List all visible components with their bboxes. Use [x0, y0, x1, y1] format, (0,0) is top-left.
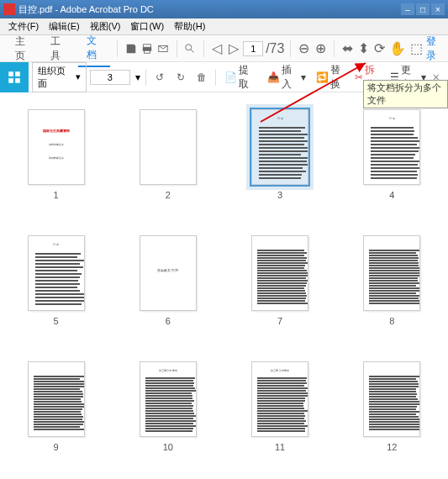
scissors-icon: ✂	[355, 71, 363, 83]
separator	[290, 40, 291, 57]
svg-rect-8	[15, 78, 20, 83]
thumb-label: 12	[387, 442, 397, 452]
fit-page-icon[interactable]: ⬍	[357, 40, 370, 57]
thumb-label: 10	[163, 442, 173, 452]
chevron-down-icon: ▾	[76, 71, 81, 82]
extract-icon: 📄	[224, 71, 237, 83]
delete-icon[interactable]: 🗑	[192, 68, 210, 87]
thumb-item[interactable]: 先秦散文·尚书6	[129, 235, 207, 336]
thumb-label: 4	[389, 190, 394, 200]
page-thumbnail[interactable]	[363, 235, 420, 311]
page-thumbnail[interactable]	[363, 361, 420, 437]
page-dropdown-icon[interactable]: ▾	[135, 71, 140, 83]
separator	[334, 40, 335, 57]
hand-icon[interactable]: ✋	[389, 40, 406, 57]
page-thumbnail[interactable]	[251, 235, 308, 311]
zoom-in-icon[interactable]: ⊕	[314, 40, 326, 57]
thumb-label: 11	[275, 442, 285, 452]
chevron-down-icon: ▾	[301, 71, 306, 83]
organize-dropdown[interactable]: 组织页面▾	[32, 62, 87, 92]
thumb-label: 6	[166, 316, 171, 326]
split-tooltip: 将文档拆分为多个文件	[363, 80, 448, 108]
thumb-item[interactable]: 第三章 论语·学而11	[241, 361, 319, 462]
insert-button[interactable]: 📥插入▾	[264, 61, 309, 93]
thumb-item[interactable]: 第三章 论语·学而10	[129, 361, 207, 462]
svg-rect-5	[8, 71, 13, 76]
replace-button[interactable]: 🔁替换	[313, 61, 352, 93]
close-button[interactable]: ×	[431, 3, 445, 15]
thumb-item[interactable]: 8	[353, 235, 431, 336]
next-page-icon[interactable]: ▷	[227, 40, 240, 57]
svg-rect-6	[15, 71, 20, 76]
maximize-button[interactable]: □	[416, 3, 430, 15]
extract-button[interactable]: 📄提取	[221, 61, 261, 93]
page-thumbnail[interactable]: 德林先生典藏资料译自种编读本诗词歌赋读本	[28, 109, 85, 185]
titlebar: 目控.pdf - Adobe Acrobat Pro DC – □ ×	[0, 0, 448, 18]
thumb-label: 7	[277, 316, 282, 326]
organize-pages-icon[interactable]	[0, 62, 29, 92]
minimize-button[interactable]: –	[401, 3, 414, 15]
thumb-item[interactable]: 目 录5	[17, 235, 95, 336]
separator	[203, 40, 204, 57]
thumb-label: 5	[54, 316, 59, 326]
thumb-item[interactable]: 目 录3	[241, 109, 319, 210]
thumb-item[interactable]: 12	[353, 361, 431, 462]
menu-help[interactable]: 帮助(H)	[169, 18, 210, 34]
window-title: 目控.pdf - Adobe Acrobat Pro DC	[18, 3, 154, 16]
separator	[215, 69, 216, 86]
page-number-input[interactable]	[243, 41, 263, 56]
rotate-icon[interactable]: ⟳	[373, 40, 386, 57]
insert-icon: 📥	[267, 71, 280, 83]
thumb-label: 2	[166, 190, 171, 200]
page-count-icon: /73	[266, 40, 283, 57]
page-thumbnail[interactable]: 先秦散文·尚书	[140, 235, 197, 311]
page-thumbnail[interactable]: 目 录	[363, 109, 420, 185]
thumb-item[interactable]: 德林先生典藏资料译自种编读本诗词歌赋读本1	[17, 109, 95, 210]
svg-point-4	[186, 44, 192, 50]
search-icon[interactable]	[184, 40, 197, 57]
page-thumbnail[interactable]: 目 录	[251, 109, 308, 185]
rotate-right-icon[interactable]: ↻	[172, 68, 190, 87]
print-icon[interactable]	[140, 40, 153, 57]
page-thumbnail[interactable]: 目 录	[28, 235, 85, 311]
page-thumbnail[interactable]: 第三章 论语·学而	[140, 361, 197, 437]
prev-page-icon[interactable]: ◁	[211, 40, 224, 57]
replace-icon: 🔁	[316, 71, 329, 83]
page-thumbnail[interactable]: 第三章 论语·学而	[251, 361, 308, 437]
thumb-label: 1	[54, 190, 59, 200]
app-icon	[3, 3, 15, 15]
page-thumbnail[interactable]	[28, 361, 85, 437]
svg-rect-7	[8, 78, 13, 83]
thumb-label: 9	[54, 442, 59, 452]
separator	[145, 69, 146, 86]
separator	[117, 40, 118, 57]
menu-window[interactable]: 窗口(W)	[125, 18, 169, 34]
tab-home[interactable]: 主页	[7, 31, 39, 66]
select-icon[interactable]: ⬚	[409, 40, 422, 57]
thumb-item[interactable]: 9	[17, 361, 95, 462]
thumbnail-grid: 德林先生典藏资料译自种编读本诗词歌赋读本12目 录3目 录4目 录5先秦散文·尚…	[0, 92, 448, 479]
svg-rect-0	[143, 44, 150, 47]
thumb-item[interactable]: 7	[241, 235, 319, 336]
page-thumbnail[interactable]	[140, 109, 197, 185]
zoom-out-icon[interactable]: ⊖	[298, 40, 310, 57]
thumb-label: 8	[389, 316, 394, 326]
login-link[interactable]: 登录	[426, 34, 441, 63]
main-toolbar: 主页 工具 文档 ◁ ▷ /73 ⊖ ⊕ ⬌ ⬍ ⟳ ✋ ⬚ 登录	[0, 35, 448, 62]
mail-icon[interactable]	[157, 40, 170, 57]
thumb-item[interactable]: 目 录4	[353, 109, 431, 210]
thumb-label: 3	[277, 190, 282, 200]
separator	[177, 40, 177, 57]
fit-width-icon[interactable]: ⬌	[340, 40, 353, 57]
save-icon[interactable]	[124, 40, 137, 57]
thumb-item[interactable]: 2	[129, 109, 207, 210]
tab-tools[interactable]: 工具	[42, 31, 74, 66]
page-filter-input[interactable]	[90, 70, 130, 85]
rotate-left-icon[interactable]: ↺	[151, 68, 169, 87]
